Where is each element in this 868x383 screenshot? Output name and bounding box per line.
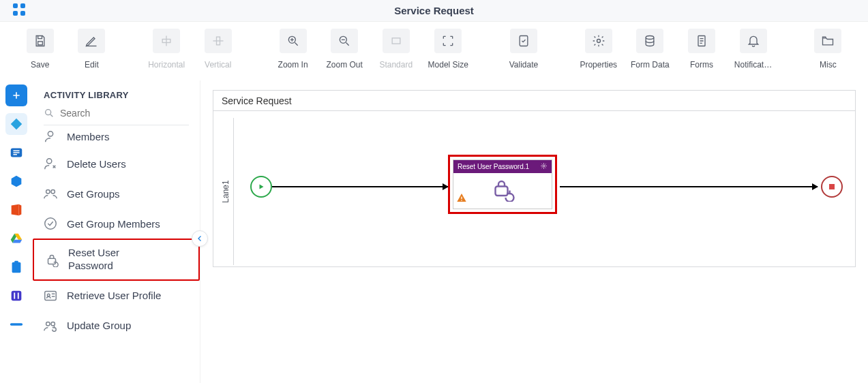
svg-point-31 [51,322,55,326]
database-icon [636,29,663,53]
rail-item-office[interactable] [5,199,27,221]
toolbar-label: Validate [509,60,538,70]
toolbar: Save Edit Horizontal Vertical Zoom In Zo… [0,22,868,80]
sidebar-collapse-button[interactable] [192,230,208,247]
rail-item-indigo[interactable] [5,285,27,307]
align-vertical-icon [205,29,232,53]
activity-item-get-group-members[interactable]: Get Group Members [33,209,200,239]
lock-reset-icon [490,177,515,204]
rail-item-drive[interactable] [5,228,27,249]
sidebar-search[interactable] [33,107,200,125]
svg-rect-34 [461,200,462,200]
rail-item-exchange[interactable] [5,142,27,164]
rail-item-more[interactable] [5,313,27,335]
search-input[interactable] [60,108,189,119]
lane-label[interactable]: Lane1 [218,118,234,265]
edit-icon [78,29,105,53]
activity-node-title: Reset User Password.1 [458,163,529,170]
activity-item-retrieve-user-profile[interactable]: Retrieve User Profile [33,281,200,311]
form-data-button[interactable]: Form Data [631,29,670,70]
svg-point-21 [46,110,51,115]
svg-point-11 [597,40,600,43]
toolbar-label: Form Data [631,60,670,70]
gear-icon[interactable] [540,162,548,171]
toolbar-label: Model Size [428,60,468,70]
zoom-in-icon [280,29,307,53]
activity-item-update-group[interactable]: Update Group [33,311,200,341]
process-canvas[interactable]: Service Request Lane1 Reset User Passwor… [213,90,856,267]
rail-item-hexagon[interactable] [5,170,27,192]
svg-rect-4 [38,42,42,45]
activity-item-get-groups[interactable]: Get Groups [33,179,200,209]
notifications-button[interactable]: Notificat… [734,29,773,70]
activity-item-reset-user-password[interactable]: Reset UserPassword [33,239,200,281]
folder-icon [814,29,841,53]
toolbar-label: Standard [379,60,413,70]
svg-rect-20 [10,323,23,326]
svg-point-29 [47,294,50,296]
top-bar: Service Request [0,0,868,22]
update-group-icon [42,318,59,334]
sidebar-header: ACTIVITY LIBRARY [33,80,200,107]
lock-reset-icon [44,251,60,268]
validate-button[interactable]: Validate [504,29,543,70]
model-size-icon [434,29,462,53]
svg-rect-16 [14,261,18,264]
apps-icon[interactable] [12,3,26,19]
play-icon [257,183,265,191]
zoom-out-button[interactable]: Zoom Out [325,29,364,70]
svg-rect-35 [496,187,508,196]
svg-point-32 [543,165,545,167]
svg-point-22 [48,132,53,136]
svg-rect-0 [13,3,18,8]
activity-item-delete-users[interactable]: Delete Users [33,149,200,179]
edge[interactable] [272,186,448,187]
warning-icon [456,192,467,206]
model-size-button[interactable]: Model Size [428,29,468,70]
zoom-in-button[interactable]: Zoom In [273,29,313,70]
activity-label: Delete Users [67,158,126,170]
forms-button[interactable]: Forms [682,29,721,70]
rail-item-generic[interactable] [5,113,27,135]
group-icon [42,185,59,202]
svg-rect-17 [12,291,22,301]
activity-label: Reset UserPassword [68,247,119,273]
svg-point-24 [46,190,50,194]
chevron-left-icon [196,234,204,243]
user-icon [42,128,59,144]
rail-item-clipboard[interactable] [5,256,27,278]
svg-rect-15 [12,262,21,273]
misc-button[interactable]: Misc [809,29,848,70]
search-icon [44,107,55,119]
svg-rect-3 [20,11,25,16]
toolbar-label: Forms [690,60,713,70]
edge[interactable] [560,186,818,187]
toolbar-label: Vertical [205,60,231,70]
page-title: Service Request [394,5,474,16]
svg-rect-19 [18,292,19,298]
edit-button[interactable]: Edit [72,29,112,70]
start-node[interactable] [250,176,272,198]
activity-item-members[interactable]: Members [33,127,200,149]
align-vertical-button[interactable]: Vertical [198,29,238,70]
svg-rect-9 [392,38,400,44]
gear-icon [585,29,612,53]
toolbar-label: Properties [580,60,617,70]
svg-rect-28 [45,291,57,300]
align-horizontal-icon [153,29,180,53]
activity-label: Get Group Members [67,218,160,230]
save-button[interactable]: Save [20,29,60,70]
delete-user-icon [42,155,59,172]
rail-add-button[interactable] [5,85,27,106]
activity-label: Retrieve User Profile [67,290,161,301]
activity-node-reset-password[interactable]: Reset User Password.1 [448,155,557,214]
align-horizontal-button[interactable]: Horizontal [147,29,186,70]
toolbar-label: Notificat… [734,60,772,70]
end-node[interactable] [821,176,843,198]
properties-button[interactable]: Properties [579,29,618,70]
svg-point-23 [47,159,52,164]
validate-icon [510,29,537,53]
check-circle-icon [42,215,59,232]
save-icon [27,29,54,53]
zoom-standard-button[interactable]: Standard [376,29,416,70]
